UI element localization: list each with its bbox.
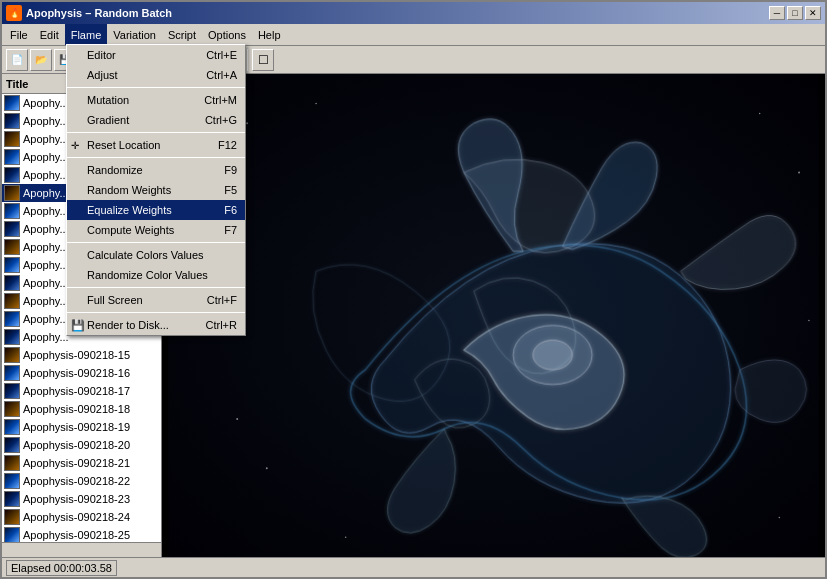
menu-variation[interactable]: Variation [107,24,162,45]
menu-item-equalize-weights[interactable]: Equalize Weights F6 [67,200,245,220]
toolbar-new-button[interactable]: 📄 [6,49,28,71]
fullscreen-shortcut: Ctrl+F [187,294,237,306]
menu-item-mutation[interactable]: Mutation Ctrl+M [67,90,245,110]
svg-point-11 [236,418,238,420]
adjust-shortcut: Ctrl+A [186,69,237,81]
menu-script[interactable]: Script [162,24,202,45]
menu-item-render[interactable]: 💾 Render to Disk... Ctrl+R [67,315,245,335]
toolbar-open-button[interactable]: 📂 [30,49,52,71]
flame-thumbnail [4,275,20,291]
maximize-button[interactable]: □ [787,6,803,20]
flame-item-label: Apophy... [23,295,69,307]
svg-point-6 [759,113,761,115]
flame-thumbnail [4,95,20,111]
menu-edit[interactable]: Edit [34,24,65,45]
svg-point-3 [246,122,248,124]
app-icon: 🔥 [6,5,22,21]
list-item[interactable]: Apophysis-090218-25 [2,526,161,542]
mutation-shortcut: Ctrl+M [184,94,237,106]
flame-thumbnail [4,221,20,237]
flame-item-label: Apophy... [23,205,69,217]
list-item[interactable]: Apophysis-090218-22 [2,472,161,490]
flame-item-label: Apophysis-090218-20 [23,439,130,451]
flame-item-label: Apophy... [23,331,69,343]
menu-item-compute-weights[interactable]: Compute Weights F7 [67,220,245,240]
flame-item-label: Apophy... [23,187,69,199]
flame-thumbnail [4,167,20,183]
list-item[interactable]: Apophysis-090218-15 [2,346,161,364]
menu-file[interactable]: File [4,24,34,45]
menu-item-randomize[interactable]: Randomize F9 [67,160,245,180]
list-item[interactable]: Apophysis-090218-20 [2,436,161,454]
menu-item-calc-colors[interactable]: Calculate Colors Values [67,245,245,265]
flame-thumbnail [4,293,20,309]
flame-thumbnail [4,149,20,165]
menu-item-editor[interactable]: Editor Ctrl+E [67,45,245,65]
editor-shortcut: Ctrl+E [186,49,237,61]
window-title: Apophysis – Random Batch [26,7,172,19]
menu-bar: File Edit Flame Variation Script Options… [2,24,825,46]
list-item[interactable]: Apophysis-090218-16 [2,364,161,382]
menu-separator-3 [67,157,245,158]
flame-item-label: Apophy... [23,97,69,109]
scroll-corner [147,543,161,557]
flame-item-label: Apophy... [23,169,69,181]
flame-visualization [162,74,825,557]
close-button[interactable]: ✕ [805,6,821,20]
flame-item-label: Apophysis-090218-21 [23,457,130,469]
equalize-weights-shortcut: F6 [204,204,237,216]
menu-separator-6 [67,312,245,313]
compute-weights-shortcut: F7 [204,224,237,236]
list-item[interactable]: Apophysis-090218-24 [2,508,161,526]
list-item[interactable]: Apophysis-090218-17 [2,382,161,400]
svg-point-12 [808,320,810,322]
menu-item-reset-location[interactable]: ✛ Reset Location F12 [67,135,245,155]
minimize-button[interactable]: ─ [769,6,785,20]
disk-icon: 💾 [71,319,85,332]
compute-weights-label: Compute Weights [87,224,174,236]
reset-location-label: Reset Location [87,139,160,151]
randomize-shortcut: F9 [204,164,237,176]
toolbar-render-button[interactable]: ☐ [252,49,274,71]
flame-thumbnail [4,185,20,201]
list-item[interactable]: Apophysis-090218-19 [2,418,161,436]
title-bar-buttons: ─ □ ✕ [769,6,821,20]
list-item[interactable]: Apophysis-090218-21 [2,454,161,472]
flame-item-label: Apophy... [23,313,69,325]
flame-thumbnail [4,131,20,147]
random-weights-shortcut: F5 [204,184,237,196]
horizontal-scrollbar[interactable] [2,543,147,557]
flame-item-label: Apophysis-090218-22 [23,475,130,487]
menu-separator-2 [67,132,245,133]
flame-item-label: Apophysis-090218-19 [23,421,130,433]
window-frame: 🔥 Apophysis – Random Batch ─ □ ✕ File Ed… [0,0,827,579]
svg-point-9 [266,467,268,469]
menu-item-gradient[interactable]: Gradient Ctrl+G [67,110,245,130]
menu-item-fullscreen[interactable]: Full Screen Ctrl+F [67,290,245,310]
flame-item-label: Apophy... [23,241,69,253]
flame-thumbnail [4,527,20,542]
menu-separator-4 [67,242,245,243]
crosshair-icon: ✛ [71,140,79,151]
equalize-weights-label: Equalize Weights [87,204,172,216]
menu-options[interactable]: Options [202,24,252,45]
flame-item-label: Apophysis-090218-24 [23,511,130,523]
menu-item-random-weights[interactable]: Random Weights F5 [67,180,245,200]
flame-dropdown-menu[interactable]: Editor Ctrl+E Adjust Ctrl+A Mutation Ctr… [66,44,246,336]
list-item[interactable]: Apophysis-090218-23 [2,490,161,508]
svg-point-10 [345,536,347,538]
svg-point-8 [779,517,781,519]
menu-item-rand-colors[interactable]: Randomize Color Values [67,265,245,285]
rand-colors-label: Randomize Color Values [87,269,208,281]
flame-thumbnail [4,329,20,345]
flame-item-label: Apophysis-090218-15 [23,349,130,361]
flame-thumbnail [4,509,20,525]
menu-item-adjust[interactable]: Adjust Ctrl+A [67,65,245,85]
editor-label: Editor [87,49,116,61]
flame-thumbnail [4,383,20,399]
menu-flame[interactable]: Flame [65,24,108,45]
title-bar: 🔥 Apophysis – Random Batch ─ □ ✕ [2,2,825,24]
flame-thumbnail [4,203,20,219]
menu-help[interactable]: Help [252,24,287,45]
list-item[interactable]: Apophysis-090218-18 [2,400,161,418]
